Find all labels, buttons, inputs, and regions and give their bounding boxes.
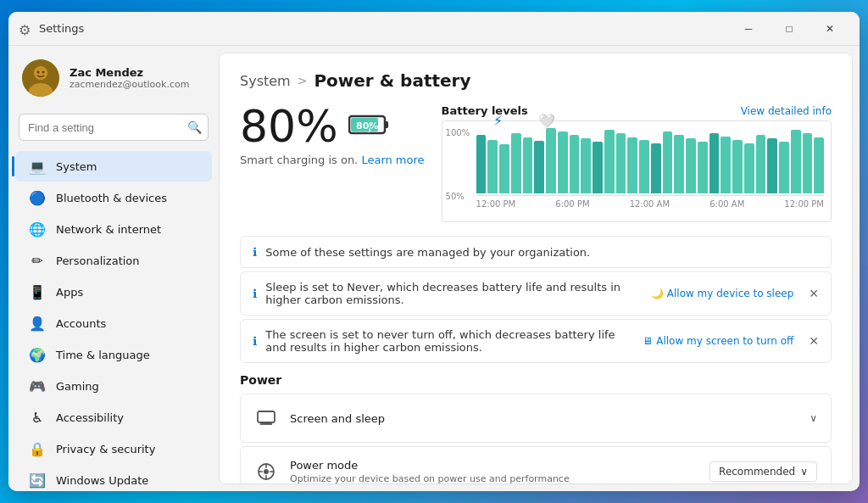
chart-x-labels: 12:00 PM 6:00 PM 12:00 AM 6:00 AM 12:00 … [476,199,824,209]
chart-bar [616,133,626,193]
apps-nav-icon: 📱 [29,283,46,300]
minimize-button[interactable]: ─ [729,16,768,42]
network-nav-icon: 🌐 [29,221,46,238]
power-mode-control: Recommended ∨ [709,461,817,482]
chart-bar [651,143,661,193]
learn-more-link[interactable]: Learn more [361,154,424,166]
svg-rect-6 [385,121,388,128]
alert-sleep-close[interactable]: ✕ [809,287,819,300]
battery-percent-value: 80% [240,104,338,148]
content-area: Zac Mendez zacmendez@outlook.com 🔍 💻 Sys… [8,46,860,491]
chart-bar [674,135,684,193]
titlebar-title: Settings [39,22,729,35]
user-info: Zac Mendez zacmendez@outlook.com [70,66,189,90]
maximize-button[interactable]: □ [770,16,809,42]
bluetooth-nav-label: Bluetooth & devices [56,192,167,204]
alert-info-icon-1: ℹ [253,245,257,259]
screen-sleep-icon [254,406,278,430]
chart-bar [698,142,708,193]
sidebar-item-bluetooth[interactable]: 🔵 Bluetooth & devices [15,182,212,213]
sidebar-item-network[interactable]: 🌐 Network & internet [15,214,212,244]
chart-bar [593,142,603,193]
sidebar-item-privacy[interactable]: 🔒 Privacy & security [15,433,212,464]
alert-screen-text: The screen is set to never turn off, whi… [265,328,634,354]
allow-screen-action[interactable]: 🖥 Allow my screen to turn off [643,335,793,347]
breadcrumb-separator: > [298,74,308,87]
svg-text:80%: 80% [356,120,378,131]
chart-bar [523,137,533,193]
search-box: 🔍 [19,114,209,141]
alert-screen-never: ℹ The screen is set to never turn off, w… [240,319,832,363]
chart-bar [604,130,615,193]
sidebar-item-accessibility[interactable]: ♿ Accessibility [15,402,212,433]
user-name: Zac Mendez [70,66,189,79]
chart-bar [581,138,591,193]
chart-bar [663,131,673,193]
svg-point-13 [264,469,269,474]
avatar [22,59,59,97]
settings-window-icon: ⚙ [19,22,32,36]
sidebar-item-update[interactable]: 🔄 Windows Update [15,465,212,491]
sidebar-item-accounts[interactable]: 👤 Accounts [15,308,212,338]
svg-point-1 [34,66,47,80]
power-mode-dropdown-chevron: ∨ [800,466,808,478]
sidebar-item-apps[interactable]: 📱 Apps [15,277,212,307]
sidebar-item-personalization[interactable]: ✏️ Personalization [15,245,212,276]
chart-bar [558,131,568,193]
privacy-nav-label: Privacy & security [56,443,155,455]
svg-rect-9 [258,411,275,422]
system-nav-label: System [56,160,97,173]
alert-info-icon-3: ℹ [253,334,257,348]
titlebar: ⚙ Settings ─ □ ✕ [8,12,860,46]
chart-bar [779,142,789,193]
chart-bar [709,133,720,193]
user-email: zacmendez@outlook.com [70,79,189,90]
allow-sleep-action[interactable]: 🌙 Allow my device to sleep [651,288,794,299]
battery-icon: 80% [348,111,389,143]
accessibility-nav-icon: ♿ [29,409,46,426]
battery-chart: 100% 50% ⚡ 🤍 12:00 PM 6:00 [442,120,832,222]
charge-marker-icon: ⚡ [493,113,503,129]
alert-sleep-text: Sleep is set to Never, which decreases b… [265,281,642,306]
top-section: 80% 80% Smart charging is [240,104,832,222]
search-icon: 🔍 [187,120,202,134]
screen-sleep-control: ∨ [810,412,817,424]
smart-charging-text: Smart charging is on. Learn more [240,154,425,166]
close-button[interactable]: ✕ [810,16,849,42]
heart-marker-icon: 🤍 [538,113,555,129]
power-mode-item[interactable]: Power mode Optimize your device based on… [240,446,832,484]
accessibility-nav-label: Accessibility [56,411,124,424]
chart-bar [639,140,649,193]
battery-display: 80% 80% [240,104,425,148]
power-mode-value: Recommended [719,466,795,478]
sidebar: Zac Mendez zacmendez@outlook.com 🔍 💻 Sys… [8,46,219,491]
alert-screen-close[interactable]: ✕ [809,334,819,348]
alert-org-text: Some of these settings are managed by yo… [265,246,819,259]
screen-sleep-item[interactable]: Screen and sleep ∨ [240,394,832,443]
apps-nav-label: Apps [56,286,83,299]
sidebar-item-time[interactable]: 🌍 Time & language [15,339,212,370]
chart-bar [721,137,731,193]
chart-bar [744,143,754,193]
view-detailed-info-link[interactable]: View detailed info [741,105,832,117]
chart-bar [803,133,813,193]
chart-bar [476,135,487,193]
chart-bar [686,138,696,193]
sidebar-item-system[interactable]: 💻 System [15,151,212,182]
sidebar-item-gaming[interactable]: 🎮 Gaming [15,371,212,401]
chart-bar [546,128,556,193]
chart-bar [732,140,743,193]
sleep-action-icon: 🌙 [651,288,664,299]
privacy-nav-icon: 🔒 [29,440,46,457]
battery-chart-section: Battery levels View detailed info 100% 5… [442,104,832,222]
power-mode-dropdown[interactable]: Recommended ∨ [709,461,817,482]
breadcrumb: System > Power & battery [240,70,832,91]
time-nav-icon: 🌍 [29,346,46,363]
search-input[interactable] [19,114,209,141]
breadcrumb-parent[interactable]: System [240,73,291,89]
chart-bars: ⚡ 🤍 [476,128,824,196]
svg-point-3 [37,71,40,74]
breadcrumb-current: Power & battery [314,70,470,91]
accounts-nav-icon: 👤 [29,315,46,332]
user-profile: Zac Mendez zacmendez@outlook.com [8,53,219,110]
